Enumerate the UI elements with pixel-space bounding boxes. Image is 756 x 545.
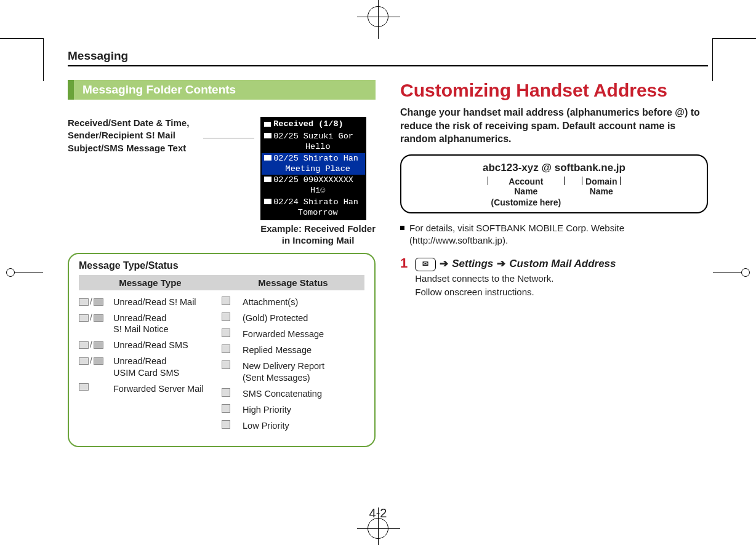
mail-icon — [264, 199, 271, 204]
type-row: /Unread/Read SMS — [79, 340, 222, 351]
type-row: /Unread/Read USIM Card SMS — [79, 356, 222, 378]
status-icon — [222, 328, 236, 337]
left-column: Messaging Folder Contents Received/Sent … — [68, 80, 376, 447]
type-row: /Unread/Read S! Mail Notice — [79, 312, 222, 335]
type-label: Unread/Read SMS — [113, 340, 188, 351]
address-example: abc123-xyz @ softbank.ne.jp — [408, 162, 701, 174]
status-row: Low Priority — [222, 420, 364, 431]
col-head-type: Message Type — [79, 275, 222, 290]
phone-row-subject: Hi☺ — [262, 186, 365, 197]
phone-list-row: 02/25 Suzuki Gor — [262, 131, 365, 142]
type-icon: / — [79, 340, 107, 351]
callout-text: Received/Sent Date & Time, Sender/Recipi… — [68, 117, 197, 154]
details-bullet: For details, visit SOFTBANK MOBILE Corp.… — [400, 222, 708, 247]
phone-caption-line1: Example: Received Folder — [260, 223, 376, 234]
type-row: Forwarded Server Mail — [79, 383, 222, 394]
address-account-label: Account Name (Customize here) — [491, 177, 561, 207]
phone-caption: Example: Received Folder in Incoming Mai… — [260, 223, 376, 247]
type-icon: / — [79, 312, 107, 324]
mail-icon — [264, 133, 271, 138]
right-column: Customizing Handset Address Change your … — [400, 80, 708, 447]
registration-mark-top — [368, 6, 388, 27]
phone-title-text: Received (1/8) — [273, 119, 343, 130]
type-icon — [79, 383, 107, 391]
status-label: New Delivery Report (Sent Messages) — [243, 360, 324, 383]
status-icon — [222, 344, 236, 353]
phone-caption-line2: in Incoming Mail — [282, 235, 355, 245]
side-mark-right — [741, 268, 750, 277]
type-label: Unread/Read USIM Card SMS — [113, 356, 179, 378]
step-settings: Settings — [452, 257, 493, 272]
registration-mark-bottom — [368, 518, 388, 539]
type-label: Unread/Read S! Mail Notice — [113, 312, 168, 335]
status-row: (Gold) Protected — [222, 312, 364, 324]
phone-row-text: 02/25 Shirato Han — [273, 154, 358, 164]
phone-row-subject: Tomorrow — [262, 208, 365, 219]
address-customize-here: (Customize here) — [491, 197, 561, 207]
status-icon — [222, 360, 236, 369]
status-row: New Delivery Report (Sent Messages) — [222, 360, 364, 383]
step-body-line1: Handset connects to the Network. — [415, 272, 616, 285]
side-mark-left — [6, 268, 15, 277]
address-domain-label: Domain Name — [585, 177, 617, 207]
phone-screenshot: Received (1/8) 02/25 Suzuki GorHello02/2… — [260, 117, 366, 220]
type-icon: / — [79, 356, 107, 367]
mail-key-icon: ✉ — [415, 258, 436, 271]
status-icon — [222, 404, 236, 413]
step-1: 1 ✉ ➔ Settings ➔ Custom Mail Address Han… — [400, 257, 708, 298]
section-heading: Messaging Folder Contents — [68, 80, 376, 100]
step-body-line2: Follow onscreen instructions. — [415, 285, 616, 299]
message-type-status-box: Message Type/Status Message Type Message… — [68, 253, 376, 447]
page-number: 4-2 — [369, 506, 387, 520]
col-head-status: Message Status — [222, 275, 364, 290]
phone-list-row: 02/24 Shirato Han — [262, 197, 365, 208]
phone-row-text: 02/24 Shirato Han — [273, 197, 358, 208]
message-status-column: Attachment(s)(Gold) ProtectedForwarded M… — [222, 290, 364, 436]
status-label: Low Priority — [243, 420, 289, 431]
mail-icon — [264, 177, 271, 182]
phone-list-row: 02/25 090XXXXXXX — [262, 175, 365, 186]
page-header: Messaging — [68, 49, 708, 66]
status-row: SMS Concatenating — [222, 388, 364, 399]
status-label: Attachment(s) — [243, 296, 298, 308]
status-icon — [222, 296, 236, 305]
phone-row-text: 02/25 Suzuki Gor — [273, 132, 353, 142]
status-icon — [222, 388, 236, 397]
lead-text: Change your handset mail address (alphan… — [400, 106, 708, 146]
status-label: Replied Message — [243, 344, 312, 356]
step-path: ✉ ➔ Settings ➔ Custom Mail Address — [415, 257, 616, 272]
phone-list-row: 02/25 Shirato Han — [262, 153, 365, 164]
arrow-icon: ➔ — [440, 257, 448, 272]
step-custom-mail: Custom Mail Address — [509, 257, 616, 272]
arrow-icon: ➔ — [497, 257, 505, 272]
phone-row-subject: Meeting Place — [262, 164, 365, 175]
mail-icon — [264, 155, 271, 161]
bullet-icon — [400, 226, 404, 230]
crop-mark — [713, 38, 756, 39]
type-row: /Unread/Read S! Mail — [79, 296, 222, 308]
phone-title: Received (1/8) — [262, 118, 365, 131]
phone-row-text: 02/25 090XXXXXXX — [273, 175, 353, 186]
crop-mark — [0, 38, 43, 39]
address-box: abc123-xyz @ softbank.ne.jp Account Name… — [400, 154, 708, 213]
status-icon — [222, 312, 236, 321]
table-header: Message Type Message Status — [79, 275, 364, 290]
box-title: Message Type/Status — [79, 260, 364, 271]
status-label: (Gold) Protected — [243, 312, 308, 324]
type-label: Unread/Read S! Mail — [113, 296, 196, 308]
status-row: Replied Message — [222, 344, 364, 356]
crop-mark — [713, 272, 741, 273]
bullet-text: For details, visit SOFTBANK MOBILE Corp.… — [409, 222, 708, 247]
type-label: Forwarded Server Mail — [113, 383, 204, 394]
heading-customizing: Customizing Handset Address — [400, 80, 708, 101]
status-row: Attachment(s) — [222, 296, 364, 308]
crop-mark — [15, 272, 43, 273]
callout-line — [203, 138, 254, 138]
message-type-column: /Unread/Read S! Mail/Unread/Read S! Mail… — [79, 290, 222, 436]
status-row: Forwarded Message — [222, 328, 364, 340]
type-icon: / — [79, 296, 107, 308]
crop-mark — [712, 38, 713, 81]
status-label: Forwarded Message — [243, 328, 324, 340]
crop-mark — [43, 38, 44, 81]
folder-icon — [264, 122, 271, 127]
